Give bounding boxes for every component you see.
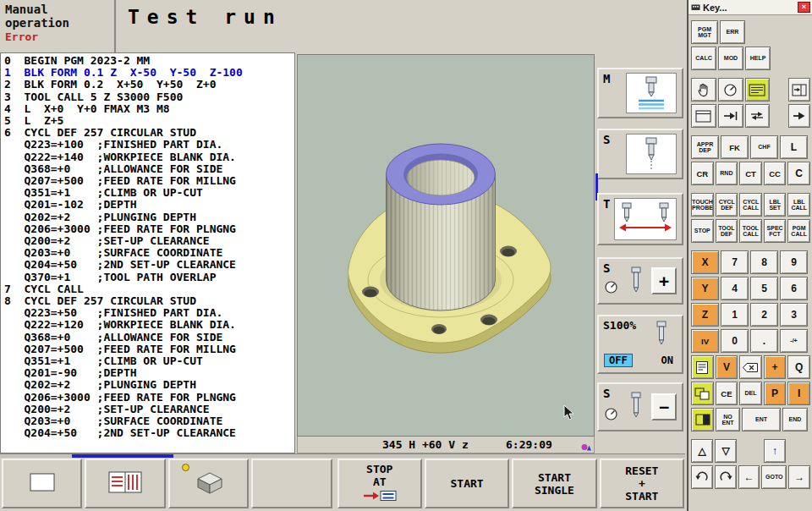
pgm-call-key[interactable]: PGM CALL [787, 219, 810, 243]
program-line[interactable]: Q203=+0 ;SURFACE COORDINATE [4, 415, 294, 427]
x-key[interactable]: X [691, 250, 719, 274]
program-line[interactable]: Q368=+0 ;ALLOWANCE FOR SIDE [4, 332, 294, 343]
3-key[interactable]: 3 [780, 303, 808, 327]
program-line[interactable]: Q370=+1 ;TOOL PATH OVERLAP [4, 272, 294, 283]
keypad-titlebar[interactable]: Key... × [689, 0, 812, 15]
softkey-empty[interactable] [251, 459, 332, 508]
cycl-call-key[interactable]: CYCL CALL [739, 193, 762, 217]
graphics-view[interactable] [297, 54, 595, 437]
softkey-blank-form[interactable] [2, 459, 82, 508]
ent-key[interactable]: ENT [742, 408, 781, 431]
dial-key[interactable] [718, 78, 743, 102]
calc-key[interactable]: CALC [691, 47, 716, 70]
rotate-ccw-key[interactable] [691, 465, 713, 489]
program-line[interactable]: 1 BLK FORM 0.1 Z X-50 Y-50 Z-100 [4, 67, 294, 79]
pgm-lines-key[interactable] [691, 355, 714, 379]
program-line[interactable]: Q202=+2 ;PLUNGING DEPTH [4, 379, 294, 391]
screen-swap-key[interactable] [691, 382, 714, 405]
8-key[interactable]: 8 [750, 250, 778, 274]
program-line[interactable]: 3 TOOL CALL 5 Z S3000 F500 [4, 91, 294, 103]
end-key[interactable]: END [782, 408, 808, 431]
chf-key[interactable]: CHF [750, 135, 778, 159]
c-key[interactable]: C [787, 162, 810, 185]
status-panel-s[interactable]: S [597, 129, 683, 179]
status-panel-t[interactable]: T [597, 193, 683, 245]
lbl-set-key[interactable]: LBL SET [764, 193, 787, 217]
stop-key[interactable]: STOP [691, 219, 714, 243]
softkey-pgm-graphics-layout[interactable] [85, 459, 165, 508]
program-line[interactable]: Q351=+1 ;CLIMB OR UP-CUT [4, 355, 294, 367]
program-line[interactable]: Q222=+140 ;WORKPIECE BLANK DIA. [4, 151, 294, 163]
program-line[interactable]: Q223=+50 ;FINISHED PART DIA. [4, 307, 294, 319]
l-key[interactable]: L [780, 135, 808, 159]
v-key[interactable]: V [716, 355, 738, 379]
program-line[interactable]: 2 BLK FORM 0.2 X+50 Y+50 Z+0 [4, 79, 294, 91]
cursor-up-key[interactable]: ↑ [764, 439, 786, 463]
softkey-stop-at[interactable]: STOP AT [337, 459, 422, 508]
program-line[interactable]: 8 CYCL DEF 257 CIRCULAR STUD [4, 295, 294, 307]
key-key[interactable]: . [750, 329, 778, 353]
pgm-mgt-key[interactable]: PGM MGT [691, 20, 718, 44]
spindle-plus-button[interactable]: + [651, 267, 677, 294]
iv-key[interactable]: IV [691, 329, 719, 353]
program-line[interactable]: 4 L X+0 Y+0 FMAX M3 M8 [4, 103, 294, 115]
9-key[interactable]: 9 [780, 250, 808, 274]
p-key[interactable]: P [764, 382, 787, 405]
program-line[interactable]: Q204=+50 ;2ND SET-UP CLEARANCE [4, 259, 294, 271]
spindle-override-panel[interactable]: S100% OFF ON [597, 315, 683, 374]
err-key[interactable]: ERR [720, 20, 745, 44]
program-line[interactable]: Q368=+0 ;ALLOWANCE FOR SIDE [4, 163, 294, 175]
cursor-right-key[interactable]: → [788, 465, 810, 489]
softkey-start-single[interactable]: START SINGLE [512, 459, 596, 508]
program-line[interactable]: 6 CYCL DEF 257 CIRCULAR STUD [4, 127, 294, 139]
q-key[interactable]: Q [787, 355, 810, 379]
y-key[interactable]: Y [691, 277, 719, 300]
cursor-left-key[interactable]: ← [738, 465, 760, 489]
spec-fct-key[interactable]: SPEC FCT [764, 219, 787, 243]
spindle-speed-plus-panel[interactable]: S + [597, 257, 683, 305]
program-line[interactable]: Q200=+2 ;SET-UP CLEARANCE [4, 404, 294, 415]
tool-def-key[interactable]: TOOL DEF [716, 219, 738, 243]
softkey-reset-start[interactable]: RESET + START [600, 459, 684, 508]
program-line[interactable]: Q206=+3000 ;FEED RATE FOR PLNGNG [4, 392, 294, 404]
appr-dep-key[interactable]: APPR DEP [691, 135, 719, 159]
help-key[interactable]: HELP [745, 47, 771, 70]
spindle-speed-minus-panel[interactable]: S − [597, 382, 683, 431]
tab-swap-key[interactable] [745, 104, 771, 128]
program-line[interactable]: 7 CYCL CALL [4, 283, 294, 295]
del-key[interactable]: DEL [739, 382, 762, 405]
goto-key[interactable]: GOTO [761, 465, 787, 489]
sign-key[interactable]: -/+ [780, 329, 808, 353]
ce-key[interactable]: CE [716, 382, 738, 405]
program-line[interactable]: Q207=+500 ;FEED RATE FOR MILLNG [4, 175, 294, 187]
4-key[interactable]: 4 [721, 277, 749, 300]
scrollbar-thumb[interactable] [72, 454, 173, 458]
0-key[interactable]: 0 [721, 329, 749, 353]
program-line[interactable]: Q204=+50 ;2ND SET-UP CLEARANCE [4, 427, 294, 439]
program-line[interactable]: Q207=+500 ;FEED RATE FOR MILLNG [4, 343, 294, 355]
cr-key[interactable]: CR [691, 162, 714, 185]
softkey-start[interactable]: START [425, 459, 509, 508]
program-line[interactable]: Q202=+2 ;PLUNGING DEPTH [4, 212, 294, 223]
touch-probe-key[interactable]: TOUCH PROBE [691, 193, 714, 217]
plus-key[interactable]: + [764, 355, 787, 379]
tool-call-key[interactable]: TOOL CALL [739, 219, 762, 243]
program-line[interactable]: Q203=+0 ;SURFACE COORDINATE [4, 247, 294, 259]
nav-right-key[interactable] [788, 104, 810, 128]
program-line[interactable]: Q201=-102 ;DEPTH [4, 199, 294, 211]
status-panel-m[interactable]: M [597, 68, 683, 118]
rnd-key[interactable]: RND [716, 162, 738, 185]
split-screen-key[interactable] [788, 78, 810, 102]
screen-lines-key[interactable] [745, 78, 771, 102]
page-up-key[interactable]: △ [691, 439, 713, 463]
no-ent-key[interactable]: NO ENT [716, 408, 740, 431]
program-line[interactable]: 5 L Z+5 [4, 115, 294, 127]
fk-key[interactable]: FK [721, 135, 749, 159]
backspace-key[interactable] [739, 355, 762, 379]
ct-key[interactable]: CT [739, 162, 762, 185]
5-key[interactable]: 5 [750, 277, 778, 300]
spindle-minus-button[interactable]: − [651, 393, 677, 420]
close-icon[interactable]: × [798, 2, 810, 13]
program-line[interactable]: 0 BEGIN PGM 2023-2 MM [4, 55, 294, 67]
7-key[interactable]: 7 [721, 250, 749, 274]
